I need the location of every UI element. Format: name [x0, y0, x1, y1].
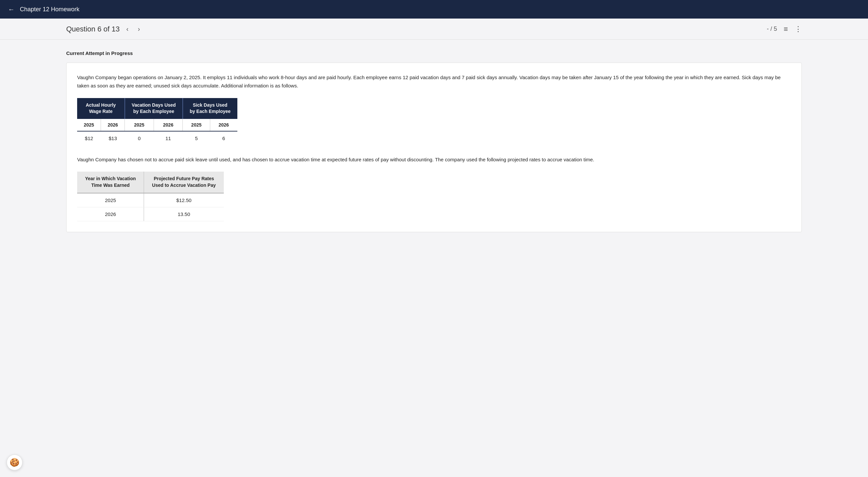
wage-2026: $13 [101, 131, 125, 145]
vacation-2026: 11 [154, 131, 183, 145]
subheader-2025-vacation: 2025 [125, 119, 154, 131]
table2-year-1: 2025 [77, 193, 144, 207]
table1-header-sick: Sick Days Usedby Each Employee [183, 98, 237, 119]
prev-question-button[interactable]: ‹ [123, 24, 131, 34]
vacation-2025: 0 [125, 131, 154, 145]
main-content: Current Attempt in Progress Vaughn Compa… [0, 40, 868, 243]
subheader-2025-sick: 2025 [183, 119, 210, 131]
table2-rate-2: 13.50 [144, 207, 224, 221]
subheader-2026-vacation: 2026 [154, 119, 183, 131]
table-row: 2026 13.50 [77, 207, 224, 221]
score-label: - / 5 [767, 26, 777, 32]
table1-header-vacation: Vacation Days Usedby Each Employee [125, 98, 183, 119]
nav-title: Chapter 12 Homework [20, 6, 80, 13]
next-question-button[interactable]: › [135, 24, 143, 34]
list-icon[interactable]: ≡ [783, 25, 788, 33]
question-card: Vaughn Company began operations on Janua… [66, 63, 802, 232]
question-paragraph-1: Vaughn Company began operations on Janua… [77, 73, 791, 90]
table-row: 2025 $12.50 [77, 193, 224, 207]
question-nav: Question 6 of 13 ‹ › [66, 24, 143, 34]
table2-rate-1: $12.50 [144, 193, 224, 207]
header-right: - / 5 ≡ ⋮ [767, 25, 802, 33]
question-header: Question 6 of 13 ‹ › - / 5 ≡ ⋮ [0, 19, 868, 40]
table1-subheader-row: 2025 2026 2025 2026 2025 2026 [77, 119, 237, 131]
sick-2025: 5 [183, 131, 210, 145]
more-options-icon[interactable]: ⋮ [795, 25, 802, 33]
table2-year-2: 2026 [77, 207, 144, 221]
cookie-button[interactable]: 🍪 [7, 454, 23, 470]
cookie-icon: 🍪 [9, 458, 20, 467]
subheader-2025-wage: 2025 [77, 119, 101, 131]
subheader-2026-sick: 2026 [210, 119, 237, 131]
top-nav: ← Chapter 12 Homework [0, 0, 868, 19]
table2-col1-header: Year in Which VacationTime Was Earned [77, 172, 144, 193]
question-label: Question 6 of 13 [66, 25, 120, 33]
table1-data-row: $12 $13 0 11 5 6 [77, 131, 237, 145]
back-button[interactable]: ← [8, 6, 14, 13]
table2-col2-header: Projected Future Pay RatesUsed to Accrue… [144, 172, 224, 193]
data-table-1: Actual HourlyWage Rate Vacation Days Use… [77, 98, 237, 145]
sick-2026: 6 [210, 131, 237, 145]
table1-header-wage: Actual HourlyWage Rate [77, 98, 125, 119]
subheader-2026-wage: 2026 [101, 119, 125, 131]
data-table-2: Year in Which VacationTime Was Earned Pr… [77, 172, 224, 221]
wage-2025: $12 [77, 131, 101, 145]
attempt-status: Current Attempt in Progress [66, 50, 802, 56]
question-paragraph-2: Vaughn Company has chosen not to accrue … [77, 156, 791, 164]
